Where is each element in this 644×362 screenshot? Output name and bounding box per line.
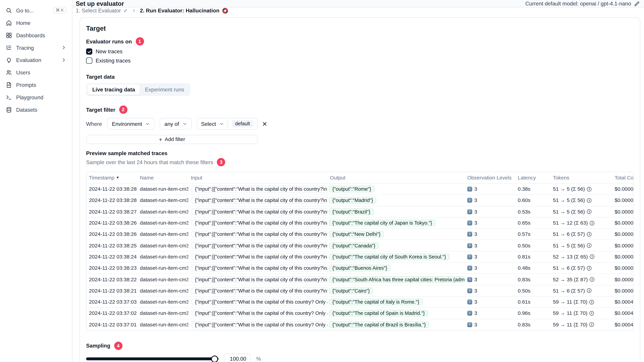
sidebar-item-home[interactable]: Home [0,16,72,29]
sidebar: Go to... ⌘ K Home Dashboards Tracing Eva… [0,0,72,362]
sidebar-item-datasets[interactable]: Datasets [0,103,72,116]
filter-operator-select[interactable]: any of [160,118,192,129]
table-row[interactable]: 2024-11-22 03:37:03 dataset-run-item-cm3… [86,296,633,307]
col-header-output[interactable]: Output [328,175,465,180]
table-row[interactable]: 2024-11-22 03:38:25 dataset-run-item-cm3… [86,240,633,251]
cell-input: {"input":[{"content":"What is the capita… [192,231,328,238]
filter-value-select[interactable]: Select [201,121,224,127]
cell-timestamp: 2024-11-22 03:37:03 [86,299,138,305]
col-header-timestamp[interactable]: Timestamp▼ [86,175,138,180]
info-icon[interactable]: i [587,243,592,248]
goto-search[interactable]: Go to... ⌘ K [0,4,72,16]
cell-observation-levels: i 3 [465,299,515,305]
sampling-slider[interactable] [86,358,218,361]
col-header-total-cost[interactable]: Total Cost [612,175,634,180]
cell-total-cost: $0.00046 ( [612,299,634,305]
info-icon[interactable]: i [590,277,594,282]
table-row[interactable]: 2024-11-22 03:38:23 dataset-run-item-cm3… [86,262,633,274]
cell-timestamp: 2024-11-22 03:37:01 [86,322,138,328]
info-icon[interactable]: i [587,187,592,191]
table-row[interactable]: 2024-11-22 03:38:26 dataset-run-item-cm3… [86,228,633,240]
check-icon: ✓ [123,7,128,14]
observation-level-icon: i [467,221,472,225]
cell-total-cost: $0.000016 [612,254,634,260]
chevron-down-icon [145,121,150,126]
cell-total-cost: $0.000029 [612,277,634,282]
table-row[interactable]: 2024-11-22 03:38:26 dataset-run-item-cm3… [86,217,633,228]
cell-observation-levels: i 3 [465,310,515,316]
cell-observation-levels: i 3 [465,288,515,294]
sampling-value-input[interactable] [224,354,251,362]
sidebar-item-playground[interactable]: Playground [0,91,72,103]
sidebar-item-users[interactable]: Users [0,66,72,79]
info-icon[interactable]: i [590,322,594,327]
col-header-tokens[interactable]: Tokens [550,175,612,180]
observation-level-icon: i [467,209,472,214]
sidebar-item-prompts[interactable]: Prompts [0,79,72,91]
playground-icon [6,94,12,100]
cell-tokens: 51 → 5 (Σ 56) i [550,243,612,248]
slider-thumb[interactable] [211,356,218,362]
table-row[interactable]: 2024-11-22 03:38:27 dataset-run-item-cm3… [86,206,633,217]
cell-tokens: 51 → 6 (Σ 57) i [550,265,612,271]
info-icon[interactable]: i [590,311,594,316]
observation-level-icon: i [467,300,472,305]
info-icon[interactable]: i [587,266,592,270]
observation-level-icon: i [467,198,472,203]
table-row[interactable]: 2024-11-22 03:37:01 dataset-run-item-cm3… [86,319,633,330]
runs-on-label: Evaluator runs on 1 [86,37,634,46]
observation-level-icon: i [467,243,472,248]
observation-level-icon: i [467,288,472,293]
col-header-input[interactable]: Input [188,175,327,180]
sidebar-item-evaluation[interactable]: Evaluation [0,54,72,66]
info-icon[interactable]: i [590,300,594,304]
cell-name: dataset-run-item-cm3s4 [138,288,188,294]
step-badge-1: 1 [136,37,144,46]
table-row[interactable]: 2024-11-22 03:38:22 dataset-run-item-cm3… [86,274,633,285]
filter-column-select[interactable]: Environment [107,118,154,129]
tracing-icon [6,44,12,50]
cell-name: dataset-run-item-cm3s4 [138,231,188,237]
col-header-observation-levels[interactable]: Observation Levels [465,175,515,180]
close-icon [262,121,267,126]
cell-tokens: 51 → 6 (Σ 57) i [550,231,612,237]
cell-total-cost: $0.000011 ( [612,265,634,271]
table-row[interactable]: 2024-11-22 03:38:28 dataset-run-item-cm3… [86,194,633,206]
info-icon[interactable]: i [587,232,592,237]
cell-observation-levels: i 3 [465,277,515,282]
info-icon[interactable]: i [587,209,592,214]
table-row[interactable]: 2024-11-22 03:38:28 dataset-run-item-cm3… [86,183,633,194]
cell-total-cost: $0.000011 ( [612,288,634,294]
cell-latency: 0.50s [515,288,550,294]
breadcrumb-step1[interactable]: 1. Select Evaluator ✓ [76,7,128,14]
tab-experiment-runs[interactable]: Experiment runs [140,84,189,95]
target-data-tabs: Live tracing data Experiment runs [86,83,190,96]
cell-timestamp: 2024-11-22 03:38:24 [86,254,138,260]
info-icon[interactable]: i [590,255,594,259]
sidebar-item-label: Datasets [16,107,66,113]
table-row[interactable]: 2024-11-22 03:37:02 dataset-run-item-cm3… [86,308,633,319]
percent-sign: % [256,356,261,362]
remove-filter-button[interactable] [262,121,267,126]
col-header-latency[interactable]: Latency [515,175,550,180]
existing-traces-checkbox[interactable] [86,57,92,64]
col-header-name[interactable]: Name [138,175,188,180]
sidebar-item-dashboards[interactable]: Dashboards [0,29,72,41]
cell-latency: 0.96s [515,310,550,316]
tab-live-tracing-data[interactable]: Live tracing data [88,84,140,95]
cell-timestamp: 2024-11-22 03:38:26 [86,231,138,237]
new-traces-checkbox[interactable] [86,48,92,54]
cell-output: {"output":"South Africa has three capita… [329,276,465,283]
pencil-icon[interactable] [634,1,640,6]
existing-traces-label: Existing traces [96,57,130,64]
info-icon[interactable]: i [587,198,592,203]
chevron-right-icon [61,57,66,62]
add-filter-button[interactable]: + Add filter [86,135,258,144]
info-icon[interactable]: i [587,289,592,293]
sidebar-item-tracing[interactable]: Tracing [0,41,72,54]
wizard-breadcrumb: 1. Select Evaluator ✓ 2. Run Evaluator: … [72,7,644,14]
table-row[interactable]: 2024-11-22 03:38:21 dataset-run-item-cm3… [86,285,633,296]
info-icon[interactable]: i [590,221,594,225]
table-row[interactable]: 2024-11-22 03:38:24 dataset-run-item-cm3… [86,251,633,262]
step-badge-4: 4 [114,342,122,350]
